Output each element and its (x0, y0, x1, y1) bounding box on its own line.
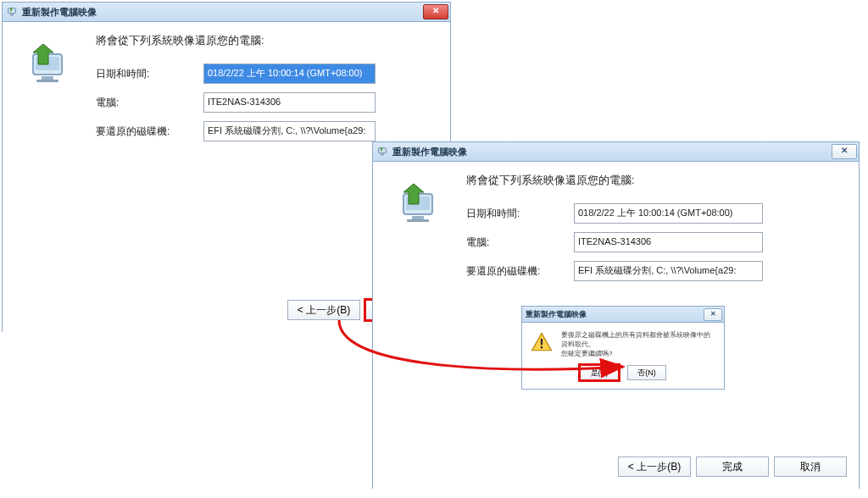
label-datetime: 日期和時間: (96, 67, 193, 81)
svg-rect-5 (36, 80, 58, 82)
back-button[interactable]: < 上一步(B) (287, 300, 360, 320)
confirm-title: 重新製作電腦映像 (526, 309, 587, 320)
warning-icon (531, 331, 553, 353)
field-disks: EFI 系統磁碟分割, C:, \\?\Volume{a29: (574, 261, 763, 281)
field-disks: EFI 系統磁碟分割, C:, \\?\Volume{a29: (203, 121, 376, 141)
svg-rect-11 (407, 219, 429, 222)
svg-rect-10 (412, 216, 424, 219)
label-computer: 電腦: (466, 235, 564, 250)
field-datetime[interactable]: 018/2/22 上午 10:00:14 (GMT+08:00) (203, 64, 376, 84)
finish-button[interactable]: 完成 (696, 456, 769, 477)
titlebar: 重新製作電腦映像 ✕ (3, 3, 450, 22)
label-datetime: 日期和時間: (466, 207, 564, 221)
window-title: 重新製作電腦映像 (392, 146, 467, 158)
field-computer: ITE2NAS-314306 (574, 232, 763, 252)
back-button[interactable]: < 上一步(B) (618, 456, 691, 477)
svg-rect-4 (42, 76, 53, 80)
reimage-wizard-window-confirm: 重新製作電腦映像 ✕ 將會從下列系統映像還原您的電腦: 日期和時間: 018/2… (372, 141, 860, 489)
window-title: 重新製作電腦映像 (22, 6, 97, 19)
svg-rect-13 (541, 339, 542, 345)
confirm-titlebar: 重新製作電腦映像 ✕ (522, 307, 724, 323)
cancel-button[interactable]: 取消 (774, 456, 847, 477)
restore-hero-icon (388, 179, 442, 233)
confirm-close-button[interactable]: ✕ (704, 308, 722, 321)
confirm-no-button[interactable]: 否(N) (627, 365, 666, 380)
app-icon (376, 146, 388, 158)
label-disks: 要還原的磁碟機: (466, 264, 564, 279)
headline: 將會從下列系統映像還原您的電腦: (466, 174, 843, 188)
app-icon (6, 6, 18, 18)
confirm-yes-button[interactable]: 是(Y) (580, 365, 619, 380)
close-button[interactable]: ✕ (832, 144, 857, 159)
close-button[interactable]: ✕ (423, 4, 448, 19)
svg-rect-1 (10, 14, 14, 16)
confirm-message: 要復原之磁碟機上的所有資料都會被系統映像中的資料取代。 您確定要繼續嗎? (561, 331, 715, 358)
titlebar: 重新製作電腦映像 ✕ (373, 142, 859, 162)
field-computer: ITE2NAS-314306 (203, 92, 376, 113)
confirm-dialog: 重新製作電腦映像 ✕ 要復原之磁碟機上的所有資料都會被系統映像中的資料取代。 您… (521, 306, 725, 390)
restore-hero-icon (18, 39, 72, 93)
svg-rect-14 (541, 346, 542, 348)
label-disks: 要還原的磁碟機: (96, 125, 193, 139)
label-computer: 電腦: (96, 96, 193, 110)
svg-rect-7 (381, 154, 384, 156)
headline: 將會從下列系統映像還原您的電腦: (96, 34, 435, 48)
field-datetime: 018/2/22 上午 10:00:14 (GMT+08:00) (574, 203, 763, 224)
